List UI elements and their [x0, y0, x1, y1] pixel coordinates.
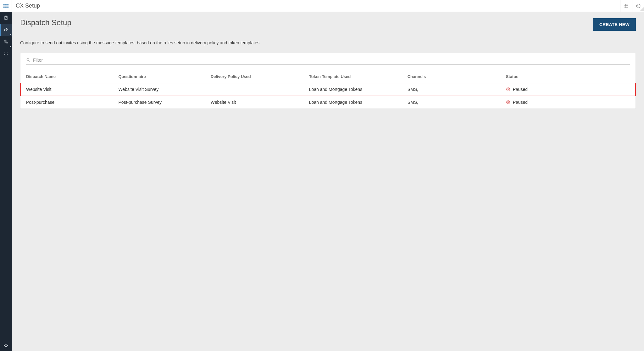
topbar-left: CX Setup [0, 0, 40, 12]
status-label: Paused [513, 100, 528, 105]
page-description: Configure to send out invites using the … [20, 40, 636, 45]
expand-indicator-icon [9, 45, 11, 47]
cell-token-template: Loan and Mortgage Tokens [303, 83, 402, 96]
main-content: Dispatch Setup CREATE NEW Configure to s… [12, 12, 644, 351]
page-header: Dispatch Setup CREATE NEW [20, 18, 636, 31]
svg-rect-5 [7, 6, 8, 8]
svg-point-22 [7, 54, 8, 55]
table-row[interactable]: Website VisitWebsite Visit SurveyLoan an… [20, 83, 636, 96]
svg-point-15 [5, 41, 6, 42]
col-header-dispatch-name[interactable]: Dispatch Name [20, 70, 113, 83]
col-header-status[interactable]: Status [500, 70, 636, 83]
col-header-token-template[interactable]: Token Template Used [303, 70, 402, 83]
expand-indicator-icon [9, 33, 11, 35]
col-header-delivery-policy[interactable]: Delivery Policy Used [205, 70, 303, 83]
cell-delivery-policy: Website Visit [205, 96, 303, 109]
svg-point-12 [638, 5, 639, 6]
app-grid-icon [3, 4, 8, 8]
filter-bar [26, 58, 630, 65]
svg-point-16 [7, 42, 8, 43]
app-title: CX Setup [12, 3, 40, 9]
status-label: Paused [513, 87, 528, 92]
dots-grid-icon [3, 51, 8, 56]
table-row[interactable]: Post-purchasePost-purchase SurveyWebsite… [20, 96, 636, 109]
share-arrow-icon [3, 27, 8, 32]
dispatch-list-panel: Dispatch Name Questionnaire Delivery Pol… [20, 53, 636, 109]
sidebar-item-apps[interactable] [0, 48, 12, 60]
dispatch-table: Dispatch Name Questionnaire Delivery Pol… [20, 70, 636, 109]
cell-dispatch-name: Website Visit [20, 83, 113, 96]
logo-star-icon [3, 343, 9, 348]
svg-point-23 [27, 58, 29, 61]
svg-point-20 [4, 54, 5, 55]
svg-point-21 [6, 54, 6, 55]
sidebar-item-dispatch[interactable] [0, 24, 12, 36]
cell-channels: SMS, [402, 83, 500, 96]
svg-rect-1 [5, 4, 7, 5]
sidebar-bottom-logo [0, 343, 12, 351]
cell-questionnaire: Post-purchase Survey [113, 96, 205, 109]
search-icon [26, 58, 31, 62]
sidebar-item-settings[interactable] [0, 36, 12, 48]
app-launcher-button[interactable] [0, 0, 12, 12]
svg-line-24 [29, 61, 30, 62]
paused-icon [506, 100, 510, 104]
profile-button[interactable] [632, 0, 644, 12]
clipboard-icon [3, 15, 8, 20]
svg-point-18 [6, 53, 6, 53]
svg-point-19 [7, 53, 8, 53]
sidebar-item-surveys[interactable] [0, 12, 12, 24]
topbar-right [620, 0, 644, 12]
create-new-button[interactable]: CREATE NEW [593, 18, 636, 31]
col-header-questionnaire[interactable]: Questionnaire [113, 70, 205, 83]
svg-rect-2 [7, 4, 8, 5]
svg-rect-4 [5, 6, 7, 8]
org-button[interactable] [620, 0, 632, 12]
svg-rect-0 [3, 4, 5, 5]
cell-delivery-policy [205, 83, 303, 96]
cell-channels: SMS, [402, 96, 500, 109]
svg-point-17 [4, 53, 5, 53]
cell-token-template: Loan and Mortgage Tokens [303, 96, 402, 109]
topbar: CX Setup [0, 0, 644, 12]
cell-questionnaire: Website Visit Survey [113, 83, 205, 96]
col-header-channels[interactable]: Channels [402, 70, 500, 83]
cell-status: Paused [500, 83, 636, 96]
page-title: Dispatch Setup [20, 18, 71, 27]
bank-icon [624, 3, 629, 8]
svg-rect-3 [3, 6, 5, 8]
cell-status: Paused [500, 96, 636, 109]
filter-input[interactable] [33, 58, 630, 63]
cell-dispatch-name: Post-purchase [20, 96, 113, 109]
gears-icon [3, 39, 8, 44]
sidebar [0, 12, 12, 351]
resize-handle-icon [640, 7, 644, 11]
paused-icon [506, 87, 510, 92]
